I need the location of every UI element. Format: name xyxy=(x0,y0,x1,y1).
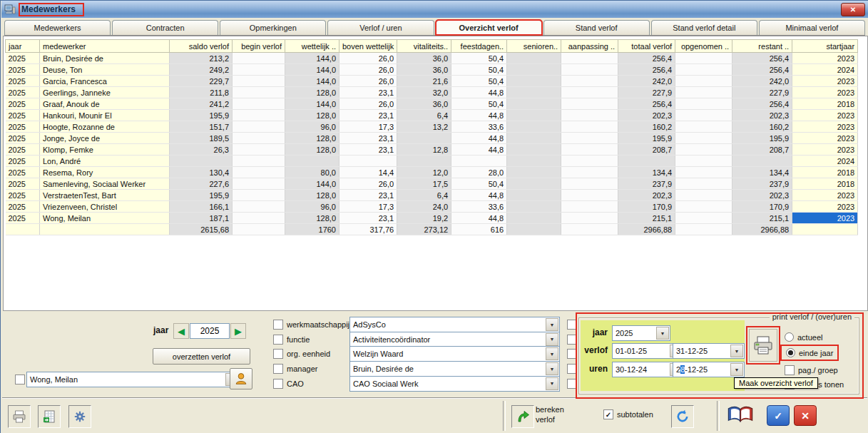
cell[interactable]: 2018 xyxy=(792,178,858,190)
year-value-box[interactable]: 2025 xyxy=(190,323,230,339)
print-jaar-select[interactable]: 2025 ▼ xyxy=(612,325,670,341)
cell[interactable]: 26,0 xyxy=(339,64,397,76)
cell[interactable] xyxy=(675,190,732,201)
cell[interactable]: Klomp, Femke xyxy=(40,144,170,156)
cell[interactable]: 144,0 xyxy=(285,53,339,64)
cell[interactable]: 128,0 xyxy=(285,87,339,98)
cell[interactable]: Deuse, Ton xyxy=(40,64,170,76)
cell[interactable] xyxy=(675,156,732,167)
cell[interactable]: 23,1 xyxy=(339,110,397,121)
mini-checkbox[interactable] xyxy=(567,364,577,374)
cell[interactable]: 96,0 xyxy=(285,121,339,133)
settings-button[interactable] xyxy=(68,405,91,428)
cell[interactable] xyxy=(233,201,285,213)
dropdown-arrow-icon[interactable]: ▼ xyxy=(546,362,558,375)
cell[interactable]: 160,2 xyxy=(618,121,675,133)
cell[interactable]: Jonge, Joyce de xyxy=(40,133,170,144)
cell[interactable]: 2023 xyxy=(792,133,858,144)
cell[interactable] xyxy=(233,190,285,201)
pag-groep-checkbox[interactable]: pag./ groep xyxy=(785,365,838,375)
cell[interactable]: 2025 xyxy=(6,213,40,224)
cell[interactable]: 2023 xyxy=(792,213,858,224)
cell[interactable] xyxy=(233,213,285,224)
cell[interactable] xyxy=(675,64,732,76)
employee-filter-checkbox[interactable] xyxy=(15,375,25,384)
filter-select-werkmaatschappij[interactable]: AdSysCo▼ xyxy=(349,317,560,332)
cell[interactable]: 17,3 xyxy=(339,121,397,133)
column-header-vitaliteits[interactable]: vitaliteits.. xyxy=(397,40,451,53)
column-header-totaal-verlof[interactable]: totaal verlof xyxy=(618,40,675,53)
tab-contracten[interactable]: Contracten xyxy=(112,20,218,35)
cell[interactable] xyxy=(675,110,732,121)
radio-einde-jaar[interactable]: einde jaar xyxy=(783,347,836,358)
overzetten-verlof-button[interactable]: overzetten verlof xyxy=(153,348,250,365)
cell[interactable]: 23,1 xyxy=(339,133,397,144)
cell[interactable]: 2025 xyxy=(6,98,40,110)
cell[interactable] xyxy=(675,53,732,64)
cell[interactable] xyxy=(507,213,561,224)
cell[interactable]: 130,4 xyxy=(170,167,233,178)
cell[interactable] xyxy=(561,213,618,224)
cell[interactable]: 134,4 xyxy=(618,167,675,178)
cell[interactable] xyxy=(507,167,561,178)
cell[interactable] xyxy=(675,167,732,178)
cell[interactable] xyxy=(675,133,732,144)
cell[interactable] xyxy=(507,53,561,64)
cell[interactable] xyxy=(285,156,339,167)
cell[interactable] xyxy=(561,178,618,190)
cell[interactable]: 26,0 xyxy=(339,178,397,190)
cell[interactable] xyxy=(233,87,285,98)
table-row[interactable]: 2025Garcia, Francesca229,7144,026,021,65… xyxy=(6,76,858,87)
cell[interactable]: 202,3 xyxy=(732,190,792,201)
filter-checkbox-werkmaatschappij[interactable]: werkmaatschappij xyxy=(273,320,349,330)
cell[interactable]: 242,0 xyxy=(732,76,792,87)
cell[interactable] xyxy=(561,156,618,167)
cell[interactable]: 208,7 xyxy=(618,144,675,156)
cell[interactable]: Vriezenveen, Christel xyxy=(40,201,170,213)
cell[interactable]: 12,8 xyxy=(397,144,451,156)
filter-checkbox-cao[interactable]: CAO xyxy=(273,379,349,389)
cell[interactable] xyxy=(397,133,451,144)
cell[interactable]: 256,4 xyxy=(732,53,792,64)
cell[interactable] xyxy=(507,144,561,156)
cell[interactable]: 241,2 xyxy=(170,98,233,110)
cell[interactable]: 21,6 xyxy=(397,76,451,87)
cell[interactable] xyxy=(561,64,618,76)
dropdown-arrow-icon[interactable]: ▼ xyxy=(546,347,558,360)
verlof-to-select[interactable]: 31-12-25 ▼ xyxy=(673,343,745,359)
table-row[interactable]: 2025Vriezenveen, Christel166,196,017,324… xyxy=(6,201,858,213)
subtotalen-checkbox[interactable]: ✓ subtotalen xyxy=(603,409,653,419)
cell[interactable] xyxy=(170,156,233,167)
cell[interactable]: 134,4 xyxy=(732,167,792,178)
table-row[interactable]: 2025Geerlings, Janneke211,8128,023,132,0… xyxy=(6,87,858,98)
cell[interactable] xyxy=(675,201,732,213)
cell[interactable] xyxy=(233,64,285,76)
table-row[interactable]: 2025Deuse, Ton249,2144,026,036,050,4256,… xyxy=(6,64,858,76)
select-employee-button[interactable] xyxy=(230,368,252,389)
cell[interactable]: 2025 xyxy=(6,76,40,87)
cell[interactable]: 32,0 xyxy=(397,87,451,98)
cell[interactable]: 2024 xyxy=(792,64,858,76)
cell[interactable] xyxy=(561,167,618,178)
cell[interactable]: 26,0 xyxy=(339,76,397,87)
cell[interactable] xyxy=(561,87,618,98)
cell[interactable]: 26,3 xyxy=(170,144,233,156)
table-row[interactable]: 2025Wong, Meilan187,1128,023,119,244,821… xyxy=(6,213,858,224)
cell[interactable] xyxy=(233,144,285,156)
filter-checkbox-manager[interactable]: manager xyxy=(273,364,349,374)
cell[interactable]: 256,4 xyxy=(732,64,792,76)
cell[interactable]: 202,3 xyxy=(618,190,675,201)
cell[interactable] xyxy=(507,64,561,76)
print-overzicht-button[interactable] xyxy=(749,329,777,362)
filter-select-functie[interactable]: Activiteitencoördinator▼ xyxy=(349,332,560,347)
cell[interactable]: 2025 xyxy=(6,167,40,178)
cell[interactable]: 227,9 xyxy=(732,87,792,98)
cell[interactable]: 202,3 xyxy=(732,110,792,121)
filter-select-manager[interactable]: Bruin, Desirée de▼ xyxy=(349,361,560,377)
tab-stand-verlof-detail[interactable]: Stand verlof detail xyxy=(651,20,757,35)
employee-select[interactable]: Wong, Meilan ▼ xyxy=(26,372,240,387)
next-year-button[interactable]: ▶ xyxy=(230,323,246,339)
cell[interactable]: 2025 xyxy=(6,178,40,190)
cell[interactable] xyxy=(233,98,285,110)
help-button[interactable] xyxy=(727,402,754,427)
